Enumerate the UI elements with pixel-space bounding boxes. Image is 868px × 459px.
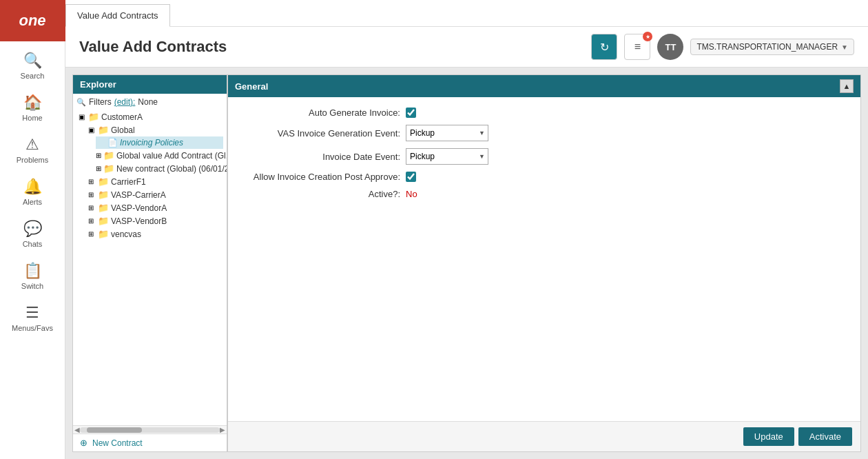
filters-label: Filters [89, 97, 112, 107]
home-icon: 🏠 [23, 94, 42, 112]
user-avatar: TT [657, 34, 683, 60]
expand-vasp-carrierA[interactable]: ⊞ [86, 190, 96, 200]
sidebar-label-home: Home [22, 114, 42, 122]
sidebar-item-chats[interactable]: 💬 Chats [0, 213, 65, 255]
switch-icon: 📋 [23, 262, 42, 280]
menu-button[interactable]: ≡ [624, 34, 650, 60]
user-role-label: TMS.TRANSPORTATION_MANAGER [696, 42, 838, 52]
sidebar-item-search[interactable]: 🔍 Search [0, 45, 65, 87]
expand-global-value-add[interactable]: ⊞ [96, 151, 101, 161]
invoice-date-select[interactable]: Pickup Delivery None [406, 148, 488, 165]
general-body: Auto Generate Invoice: VAS Invoice Gener… [228, 97, 860, 421]
tree-item-global-value-add[interactable]: ⊞ 📁 Global value Add Contract (Gl... [96, 149, 223, 162]
sidebar-label-alerts: Alerts [23, 198, 42, 206]
sidebar-item-home[interactable]: 🏠 Home [0, 87, 65, 129]
sidebar-item-menus[interactable]: ☰ Menus/Favs [0, 297, 65, 339]
auto-generate-invoice-row: Auto Generate Invoice: [242, 108, 847, 118]
invoice-date-label: Invoice Date Event: [242, 152, 400, 162]
file-icon-invoicing-policies: 📄 [107, 138, 118, 147]
footer-buttons: Update Activate [228, 421, 860, 451]
sidebar-label-chats: Chats [23, 240, 43, 248]
tab-value-add-contracts[interactable]: Value Add Contracts [65, 4, 170, 27]
update-button[interactable]: Update [743, 427, 794, 446]
tree-item-vasp-carrierA[interactable]: ⊞ 📁 VASP-CarrierA [86, 188, 223, 201]
active-row: Active?: No [242, 189, 847, 199]
expand-new-contract[interactable]: ⊞ [96, 164, 101, 174]
explorer-body: 🔍 Filters (edit): None ▣ 📁 CustomerA ▣ 📁… [73, 94, 227, 425]
expand-vencvas[interactable]: ⊞ [86, 229, 96, 239]
filters-value: None [138, 97, 158, 107]
scroll-right-arrow[interactable]: ▶ [220, 426, 225, 434]
tree-item-customerA[interactable]: ▣ 📁 CustomerA [76, 110, 223, 123]
sidebar: one 🔍 Search 🏠 Home ⚠ Problems 🔔 Alerts … [0, 0, 65, 459]
tree-item-carrierF1[interactable]: ⊞ 📁 CarrierF1 [86, 175, 223, 188]
tree-item-new-contract[interactable]: ⊞ 📁 New contract (Global) (06/01/2... [96, 162, 223, 175]
collapse-button[interactable]: ▲ [840, 79, 854, 93]
sidebar-label-problems: Problems [17, 156, 48, 164]
explorer-scrollbar[interactable]: ◀ ▶ [73, 425, 227, 434]
expand-customerA[interactable]: ▣ [76, 112, 86, 122]
vas-invoice-row: VAS Invoice Generation Event: Pickup Del… [242, 125, 847, 141]
new-contract-link[interactable]: New Contract [92, 438, 143, 448]
filters-edit-link[interactable]: (edit): [114, 97, 136, 107]
folder-icon-carrierF1: 📁 [98, 176, 109, 187]
folder-icon-vencvas: 📁 [98, 229, 109, 239]
tree-item-invoicing-policies[interactable]: ▸ 📄 Invoicing Policies [96, 136, 223, 149]
scroll-left-arrow[interactable]: ◀ [74, 426, 80, 434]
tree-label-vasp-vendorB: VASP-VendorB [111, 216, 167, 226]
explorer-header: Explorer [73, 75, 227, 94]
expand-carrierF1[interactable]: ⊞ [86, 177, 96, 187]
logo-text: one [19, 12, 45, 30]
sidebar-item-alerts[interactable]: 🔔 Alerts [0, 171, 65, 213]
scrollbar-thumb[interactable] [87, 427, 142, 433]
active-label: Active?: [242, 189, 400, 199]
sidebar-item-switch[interactable]: 📋 Switch [0, 255, 65, 297]
tree-label-invoicing-policies: Invoicing Policies [120, 138, 183, 147]
menu-icon: ≡ [634, 41, 641, 53]
notification-badge [643, 32, 652, 41]
tree-label-global-value-add: Global value Add Contract (Gl... [116, 151, 227, 161]
page-header: Value Add Contracts ↻ ≡ TT TMS.TRANSPORT… [65, 27, 868, 68]
folder-icon-customerA: 📁 [88, 112, 99, 122]
problems-icon: ⚠ [25, 136, 39, 154]
tree-label-vasp-carrierA: VASP-CarrierA [111, 190, 166, 200]
sidebar-label-menus: Menus/Favs [12, 324, 53, 332]
expand-global[interactable]: ▣ [86, 125, 96, 135]
user-dropdown[interactable]: TMS.TRANSPORTATION_MANAGER ▼ [690, 39, 854, 55]
sidebar-label-search: Search [21, 72, 45, 80]
tree-item-global[interactable]: ▣ 📁 Global [86, 123, 223, 136]
folder-icon-vasp-vendorB: 📁 [98, 216, 109, 226]
vas-invoice-select[interactable]: Pickup Delivery None [406, 125, 488, 141]
body-area: Explorer 🔍 Filters (edit): None ▣ 📁 Cust… [65, 68, 868, 459]
page-title: Value Add Contracts [79, 38, 584, 56]
folder-icon-global: 📁 [98, 125, 109, 135]
tree-item-vasp-vendorA[interactable]: ⊞ 📁 VASP-VendorA [86, 201, 223, 214]
sidebar-label-switch: Switch [21, 282, 43, 290]
tree-label-carrierF1: CarrierF1 [111, 177, 146, 187]
general-panel: General ▲ Auto Generate Invoice: VAS Inv… [227, 74, 861, 452]
sidebar-item-problems[interactable]: ⚠ Problems [0, 129, 65, 171]
explorer-title: Explorer [80, 79, 116, 90]
vas-invoice-label: VAS Invoice Generation Event: [242, 128, 400, 139]
plus-icon: ⊕ [80, 438, 87, 448]
expand-vasp-vendorB[interactable]: ⊞ [86, 216, 96, 226]
filter-icon: 🔍 [76, 98, 86, 107]
tree-label-global: Global [111, 125, 135, 135]
activate-button[interactable]: Activate [798, 427, 852, 446]
allow-invoice-checkbox[interactable] [406, 172, 416, 182]
refresh-button[interactable]: ↻ [591, 34, 617, 60]
expand-vasp-vendorA[interactable]: ⊞ [86, 203, 96, 213]
tree-item-vasp-vendorB[interactable]: ⊞ 📁 VASP-VendorB [86, 214, 223, 227]
active-value: No [406, 189, 417, 199]
auto-generate-invoice-checkbox[interactable] [406, 108, 416, 118]
app-logo[interactable]: one [0, 0, 65, 41]
menus-icon: ☰ [25, 304, 39, 322]
vas-invoice-select-wrapper: Pickup Delivery None [406, 125, 488, 141]
general-panel-header: General ▲ [228, 75, 860, 97]
invoice-date-select-wrapper: Pickup Delivery None [406, 148, 488, 165]
dropdown-arrow-icon: ▼ [841, 43, 848, 51]
scrollbar-track [80, 427, 220, 433]
auto-generate-invoice-label: Auto Generate Invoice: [242, 108, 400, 118]
tree-item-vencvas[interactable]: ⊞ 📁 vencvas [86, 227, 223, 241]
folder-icon-vasp-carrierA: 📁 [98, 190, 109, 200]
